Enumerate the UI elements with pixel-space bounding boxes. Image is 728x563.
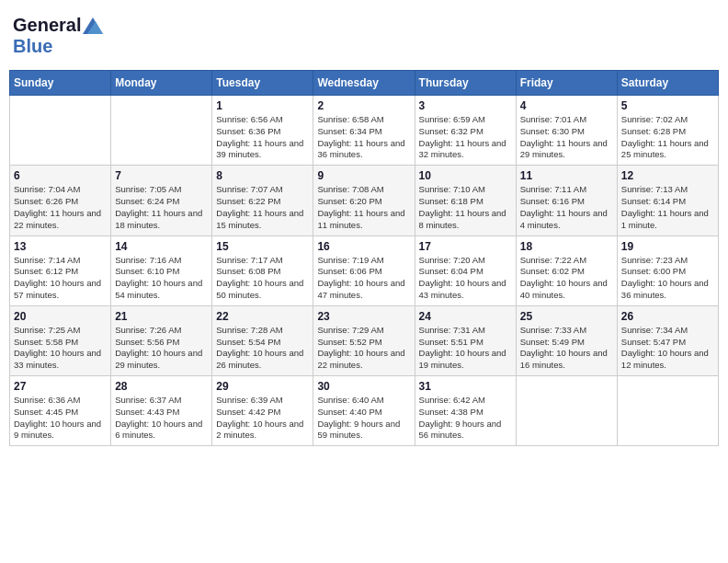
day-info: Sunrise: 7:13 AM Sunset: 6:14 PM Dayligh…: [621, 184, 714, 231]
day-info: Sunrise: 7:10 AM Sunset: 6:18 PM Dayligh…: [419, 184, 512, 231]
day-info: Sunrise: 7:01 AM Sunset: 6:30 PM Dayligh…: [520, 114, 613, 161]
calendar-cell: 10Sunrise: 7:10 AM Sunset: 6:18 PM Dayli…: [415, 166, 516, 236]
day-info: Sunrise: 7:11 AM Sunset: 6:16 PM Dayligh…: [520, 184, 613, 231]
day-number: 25: [520, 310, 613, 323]
calendar-week-row: 27Sunrise: 6:36 AM Sunset: 4:45 PM Dayli…: [10, 376, 719, 446]
day-number: 12: [621, 169, 714, 182]
day-info: Sunrise: 7:34 AM Sunset: 5:47 PM Dayligh…: [621, 325, 714, 372]
day-number: 18: [520, 240, 613, 253]
day-info: Sunrise: 6:40 AM Sunset: 4:40 PM Dayligh…: [317, 395, 410, 442]
day-of-week-header: Monday: [111, 71, 212, 96]
calendar-cell: 24Sunrise: 7:31 AM Sunset: 5:51 PM Dayli…: [415, 305, 516, 375]
calendar-week-row: 6Sunrise: 7:04 AM Sunset: 6:26 PM Daylig…: [10, 166, 719, 236]
calendar-cell: 23Sunrise: 7:29 AM Sunset: 5:52 PM Dayli…: [313, 305, 415, 375]
logo-general-text: General: [13, 15, 81, 36]
day-info: Sunrise: 7:28 AM Sunset: 5:54 PM Dayligh…: [216, 325, 309, 372]
logo: General Blue: [13, 15, 105, 57]
day-of-week-header: Saturday: [617, 71, 718, 96]
calendar-cell: 7Sunrise: 7:05 AM Sunset: 6:24 PM Daylig…: [111, 166, 212, 236]
day-number: 19: [621, 240, 714, 253]
day-info: Sunrise: 7:25 AM Sunset: 5:58 PM Dayligh…: [14, 325, 107, 372]
calendar-cell: 8Sunrise: 7:07 AM Sunset: 6:22 PM Daylig…: [212, 166, 313, 236]
day-number: 1: [216, 99, 309, 112]
calendar-table: SundayMondayTuesdayWednesdayThursdayFrid…: [9, 70, 719, 446]
day-of-week-header: Tuesday: [212, 71, 313, 96]
day-info: Sunrise: 7:23 AM Sunset: 6:00 PM Dayligh…: [621, 255, 714, 302]
calendar-cell: 11Sunrise: 7:11 AM Sunset: 6:16 PM Dayli…: [516, 166, 617, 236]
day-number: 31: [419, 380, 512, 393]
day-info: Sunrise: 6:37 AM Sunset: 4:43 PM Dayligh…: [115, 395, 208, 442]
day-number: 8: [216, 169, 309, 182]
calendar-cell: 25Sunrise: 7:33 AM Sunset: 5:49 PM Dayli…: [516, 305, 617, 375]
day-info: Sunrise: 7:20 AM Sunset: 6:04 PM Dayligh…: [419, 255, 512, 302]
day-number: 23: [317, 310, 410, 323]
day-number: 26: [621, 310, 714, 323]
day-number: 15: [216, 240, 309, 253]
logo-blue-text: Blue: [13, 36, 52, 56]
day-number: 29: [216, 380, 309, 393]
day-info: Sunrise: 7:04 AM Sunset: 6:26 PM Dayligh…: [14, 184, 107, 231]
calendar-cell: 18Sunrise: 7:22 AM Sunset: 6:02 PM Dayli…: [516, 236, 617, 305]
day-number: 16: [317, 240, 410, 253]
calendar-cell: 4Sunrise: 7:01 AM Sunset: 6:30 PM Daylig…: [516, 96, 617, 166]
calendar-cell: 13Sunrise: 7:14 AM Sunset: 6:12 PM Dayli…: [10, 236, 111, 305]
calendar-cell: 9Sunrise: 7:08 AM Sunset: 6:20 PM Daylig…: [313, 166, 415, 236]
day-number: 2: [317, 99, 410, 112]
calendar-cell: 14Sunrise: 7:16 AM Sunset: 6:10 PM Dayli…: [111, 236, 212, 305]
calendar-cell: 12Sunrise: 7:13 AM Sunset: 6:14 PM Dayli…: [617, 166, 718, 236]
calendar-cell: [617, 376, 718, 446]
day-number: 14: [115, 240, 208, 253]
day-number: 11: [520, 169, 613, 182]
day-info: Sunrise: 7:08 AM Sunset: 6:20 PM Dayligh…: [317, 184, 410, 231]
calendar-cell: [516, 376, 617, 446]
day-number: 6: [14, 169, 107, 182]
calendar-cell: 16Sunrise: 7:19 AM Sunset: 6:06 PM Dayli…: [313, 236, 415, 305]
day-info: Sunrise: 6:59 AM Sunset: 6:32 PM Dayligh…: [419, 114, 512, 161]
day-of-week-header: Wednesday: [313, 71, 415, 96]
day-number: 21: [115, 310, 208, 323]
day-info: Sunrise: 7:17 AM Sunset: 6:08 PM Dayligh…: [216, 255, 309, 302]
day-info: Sunrise: 6:36 AM Sunset: 4:45 PM Dayligh…: [14, 395, 107, 442]
day-info: Sunrise: 7:31 AM Sunset: 5:51 PM Dayligh…: [419, 325, 512, 372]
calendar-cell: 5Sunrise: 7:02 AM Sunset: 6:28 PM Daylig…: [617, 96, 718, 166]
day-of-week-header: Thursday: [415, 71, 516, 96]
calendar-cell: 20Sunrise: 7:25 AM Sunset: 5:58 PM Dayli…: [10, 305, 111, 375]
calendar-cell: 28Sunrise: 6:37 AM Sunset: 4:43 PM Dayli…: [111, 376, 212, 446]
day-info: Sunrise: 7:29 AM Sunset: 5:52 PM Dayligh…: [317, 325, 410, 372]
day-info: Sunrise: 6:39 AM Sunset: 4:42 PM Dayligh…: [216, 395, 309, 442]
calendar-cell: [10, 96, 111, 166]
day-info: Sunrise: 7:26 AM Sunset: 5:56 PM Dayligh…: [115, 325, 208, 372]
calendar-cell: 27Sunrise: 6:36 AM Sunset: 4:45 PM Dayli…: [10, 376, 111, 446]
day-of-week-header: Friday: [516, 71, 617, 96]
calendar-cell: 17Sunrise: 7:20 AM Sunset: 6:04 PM Dayli…: [415, 236, 516, 305]
day-info: Sunrise: 6:42 AM Sunset: 4:38 PM Dayligh…: [419, 395, 512, 442]
day-info: Sunrise: 7:02 AM Sunset: 6:28 PM Dayligh…: [621, 114, 714, 161]
day-number: 5: [621, 99, 714, 112]
calendar-header-row: SundayMondayTuesdayWednesdayThursdayFrid…: [10, 71, 719, 96]
day-number: 27: [14, 380, 107, 393]
day-number: 28: [115, 380, 208, 393]
day-number: 3: [419, 99, 512, 112]
day-info: Sunrise: 6:58 AM Sunset: 6:34 PM Dayligh…: [317, 114, 410, 161]
day-info: Sunrise: 7:22 AM Sunset: 6:02 PM Dayligh…: [520, 255, 613, 302]
day-number: 30: [317, 380, 410, 393]
day-info: Sunrise: 7:16 AM Sunset: 6:10 PM Dayligh…: [115, 255, 208, 302]
calendar-cell: 30Sunrise: 6:40 AM Sunset: 4:40 PM Dayli…: [313, 376, 415, 446]
calendar-cell: 26Sunrise: 7:34 AM Sunset: 5:47 PM Dayli…: [617, 305, 718, 375]
day-info: Sunrise: 7:05 AM Sunset: 6:24 PM Dayligh…: [115, 184, 208, 231]
calendar-cell: 2Sunrise: 6:58 AM Sunset: 6:34 PM Daylig…: [313, 96, 415, 166]
day-number: 20: [14, 310, 107, 323]
day-info: Sunrise: 7:33 AM Sunset: 5:49 PM Dayligh…: [520, 325, 613, 372]
day-info: Sunrise: 7:14 AM Sunset: 6:12 PM Dayligh…: [14, 255, 107, 302]
calendar-cell: 1Sunrise: 6:56 AM Sunset: 6:36 PM Daylig…: [212, 96, 313, 166]
day-number: 24: [419, 310, 512, 323]
calendar-cell: 22Sunrise: 7:28 AM Sunset: 5:54 PM Dayli…: [212, 305, 313, 375]
calendar-cell: 29Sunrise: 6:39 AM Sunset: 4:42 PM Dayli…: [212, 376, 313, 446]
day-number: 22: [216, 310, 309, 323]
calendar-cell: 3Sunrise: 6:59 AM Sunset: 6:32 PM Daylig…: [415, 96, 516, 166]
day-number: 17: [419, 240, 512, 253]
logo-icon: [83, 17, 103, 34]
calendar-cell: 31Sunrise: 6:42 AM Sunset: 4:38 PM Dayli…: [415, 376, 516, 446]
day-info: Sunrise: 7:19 AM Sunset: 6:06 PM Dayligh…: [317, 255, 410, 302]
calendar-cell: 19Sunrise: 7:23 AM Sunset: 6:00 PM Dayli…: [617, 236, 718, 305]
